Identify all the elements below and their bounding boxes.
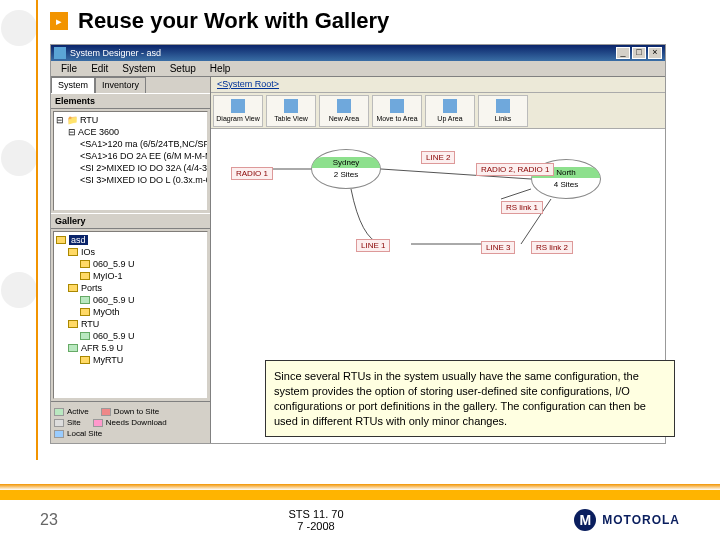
motorola-icon: M [574, 509, 596, 531]
toolbar-table-view[interactable]: Table View [266, 95, 316, 127]
toolbar-icon [337, 99, 351, 113]
folder-icon [68, 320, 78, 328]
folder-icon [80, 296, 90, 304]
toolbar-icon [284, 99, 298, 113]
gallery-tree[interactable]: asdIOs060_5.9 UMyIO-1Ports060_5.9 UMyOth… [53, 231, 208, 399]
legend-item: Local Site [54, 429, 102, 438]
explanation-callout: Since several RTUs in the system usually… [265, 360, 675, 437]
gallery-item[interactable]: 060_5.9 U [56, 330, 205, 342]
gallery-item[interactable]: 060_5.9 U [56, 294, 205, 306]
app-icon [54, 47, 66, 59]
legend: ActiveDown to SiteSiteNeeds DownloadLoca… [51, 401, 210, 443]
menu-help[interactable]: Help [204, 62, 237, 75]
tree-node[interactable]: <SA1>16 DO 2A EE (6/M M-M-M-1) [56, 150, 205, 162]
toolbar-icon [231, 99, 245, 113]
window-titlebar: System Designer - asd _ □ × [51, 45, 665, 61]
menu-file[interactable]: File [55, 62, 83, 75]
gallery-header: Gallery [51, 213, 210, 229]
legend-swatch [54, 408, 64, 416]
legend-swatch [101, 408, 111, 416]
gallery-item[interactable]: 060_5.9 U [56, 258, 205, 270]
slide-bullet-icon: ▸ [50, 12, 68, 30]
brand-text: MOTOROLA [602, 513, 680, 527]
tab-inventory[interactable]: Inventory [95, 77, 146, 93]
view-toolbar: Diagram ViewTable ViewNew AreaMove to Ar… [211, 93, 665, 129]
toolbar-links[interactable]: Links [478, 95, 528, 127]
folder-icon [68, 284, 78, 292]
diagram-node[interactable]: Sydney2 Sites [311, 149, 381, 189]
legend-item: Site [54, 418, 81, 427]
toolbar-diagram-view[interactable]: Diagram View [213, 95, 263, 127]
folder-icon [56, 236, 66, 244]
menu-setup[interactable]: Setup [164, 62, 202, 75]
elements-header: Elements [51, 93, 210, 109]
menu-bar: File Edit System Setup Help [51, 61, 665, 77]
gallery-item[interactable]: MyIO-1 [56, 270, 205, 282]
tree-node[interactable]: <SI 2>MIXED IO DO 32A (4/4-3.0V) [56, 162, 205, 174]
tree-node: ⊟ ACE 3600 [56, 126, 205, 138]
toolbar-icon [496, 99, 510, 113]
window-title: System Designer - asd [70, 48, 161, 58]
page-number: 23 [40, 511, 58, 529]
toolbar-new-area[interactable]: New Area [319, 95, 369, 127]
legend-swatch [93, 419, 103, 427]
diagram-label: RADIO 2, RADIO 1 [476, 163, 554, 176]
legend-swatch [54, 430, 64, 438]
folder-icon [68, 344, 78, 352]
folder-icon [68, 248, 78, 256]
legend-item: Needs Download [93, 418, 167, 427]
gallery-item[interactable]: Ports [56, 282, 205, 294]
menu-edit[interactable]: Edit [85, 62, 114, 75]
folder-icon [80, 308, 90, 316]
gallery-item[interactable]: MyRTU [56, 354, 205, 366]
tree-node[interactable]: <SA1>120 ma (6/5/24TB,NC/SF) [56, 138, 205, 150]
tree-node[interactable]: <SI 3>MIXED IO DO L (0.3x.m-0) [56, 174, 205, 186]
close-button[interactable]: × [648, 47, 662, 59]
diagram-label: LINE 3 [481, 241, 515, 254]
minimize-button[interactable]: _ [616, 47, 630, 59]
toolbar-up-area[interactable]: Up Area [425, 95, 475, 127]
breadcrumb[interactable]: <System Root> [211, 77, 665, 93]
diagram-label: LINE 2 [421, 151, 455, 164]
legend-item: Down to Site [101, 407, 159, 416]
gallery-item[interactable]: MyOth [56, 306, 205, 318]
diagram-label: RS link 2 [531, 241, 573, 254]
tab-system[interactable]: System [51, 77, 95, 93]
toolbar-icon [443, 99, 457, 113]
maximize-button[interactable]: □ [632, 47, 646, 59]
left-pane: System Inventory Elements ⊟ 📁 RTU ⊟ ACE … [51, 77, 211, 443]
gallery-item[interactable]: IOs [56, 246, 205, 258]
gallery-item[interactable]: RTU [56, 318, 205, 330]
diagram-label: RS link 1 [501, 201, 543, 214]
folder-icon [80, 272, 90, 280]
brand-logo: M MOTOROLA [574, 509, 680, 531]
footer-code: STS 11. 70 [288, 508, 343, 520]
diagram-label: RADIO 1 [231, 167, 273, 180]
elements-tree[interactable]: ⊟ 📁 RTU ⊟ ACE 3600 <SA1>120 ma (6/5/24TB… [53, 111, 208, 211]
slide-title: Reuse your Work with Gallery [78, 8, 389, 34]
menu-system[interactable]: System [116, 62, 161, 75]
folder-icon [80, 356, 90, 364]
legend-item: Active [54, 407, 89, 416]
folder-icon [80, 260, 90, 268]
folder-icon [80, 332, 90, 340]
footer-date: 7 -2008 [288, 520, 343, 532]
gallery-item[interactable]: asd [56, 234, 205, 246]
toolbar-move-to-area[interactable]: Move to Area [372, 95, 422, 127]
slide-footer: 23 STS 11. 70 7 -2008 M MOTOROLA [0, 484, 720, 540]
toolbar-icon [390, 99, 404, 113]
legend-swatch [54, 419, 64, 427]
diagram-label: LINE 1 [356, 239, 390, 252]
tree-node: ⊟ 📁 RTU [56, 114, 205, 126]
gallery-item[interactable]: AFR 5.9 U [56, 342, 205, 354]
